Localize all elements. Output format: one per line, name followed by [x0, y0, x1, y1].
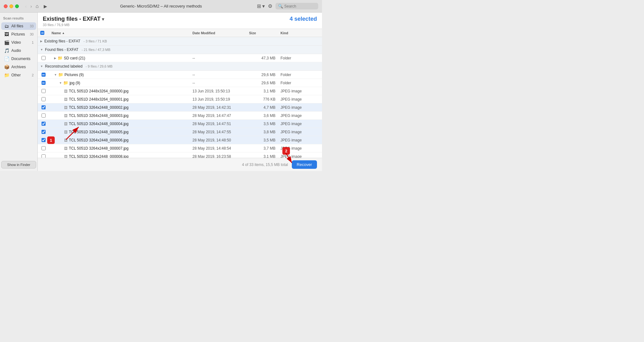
- audio-icon: 🎵: [4, 48, 9, 53]
- checkbox-sdcard[interactable]: [42, 56, 46, 60]
- triangle-jpg9[interactable]: ▼: [59, 81, 62, 85]
- annotation-badge-2: 2: [282, 147, 290, 155]
- th-date[interactable]: Date Modified: [190, 30, 247, 36]
- triangle-pictures9[interactable]: ▼: [54, 73, 57, 76]
- checkbox-file3[interactable]: [42, 113, 46, 118]
- minimize-button[interactable]: [9, 4, 13, 8]
- size-file6: 3,5 MB: [247, 138, 278, 142]
- footer-status: 4 of 33 items, 15,5 MB total: [242, 163, 288, 167]
- jpeg-icon-file8: 🖼: [64, 155, 68, 158]
- content-title-group: Existing files - EXFAT ▾ 33 files / 76,9…: [43, 16, 104, 27]
- jpeg-icon-file1: 🖼: [64, 97, 68, 101]
- section-existing-toggle[interactable]: ▶ Existing files - EXFAT - 3 files / 71 …: [38, 38, 322, 44]
- kind-jpg9: Folder: [278, 81, 322, 85]
- size-file4: 3,5 MB: [247, 122, 278, 126]
- sidebar-item-other[interactable]: 📁 Other 2: [1, 71, 36, 79]
- filename-file0: TCL 5051D 2448x3264_000000.jpg: [69, 89, 129, 93]
- check-cell-jpg9[interactable]: [38, 81, 49, 85]
- sidebar-item-audio[interactable]: 🎵 Audio: [1, 47, 36, 54]
- check-cell-file7[interactable]: [38, 146, 49, 150]
- sidebar-item-all-files[interactable]: 🗂 All files 33: [1, 22, 36, 30]
- name-cell-pictures9: ▼ 📁 Pictures (9): [49, 72, 190, 77]
- date-file6: 28 May 2019, 14:48:50: [190, 138, 247, 142]
- filename-file2: TCL 5051D 3264x2448_000002.jpg: [69, 105, 129, 110]
- kind-file3: JPEG image: [278, 113, 322, 118]
- section-reconstructed-toggle[interactable]: ▼ Reconstructed labeled - 9 files / 29,6…: [38, 63, 322, 69]
- filename-file6: TCL 5051D 3264x2448_000006.jpg: [69, 138, 129, 142]
- date-sdcard: --: [190, 56, 247, 60]
- checkbox-file2[interactable]: [42, 105, 46, 109]
- show-in-finder-button[interactable]: Show in Finder: [1, 161, 36, 168]
- checkbox-file7[interactable]: [42, 146, 46, 150]
- forward-button[interactable]: ›: [29, 3, 33, 9]
- checkbox-file6[interactable]: [42, 138, 46, 142]
- check-cell-file3[interactable]: [38, 113, 49, 118]
- header-minus-icon[interactable]: [40, 31, 44, 35]
- check-cell-file4[interactable]: [38, 122, 49, 126]
- checkbox-file4[interactable]: [42, 122, 46, 126]
- section-found-toggle[interactable]: ▼ Found files - EXFAT - 21 files / 47,3 …: [38, 47, 322, 52]
- filename-sdcard: SD card (21): [64, 56, 85, 60]
- check-cell-file1[interactable]: [38, 97, 49, 101]
- triangle-found[interactable]: ▼: [40, 48, 43, 51]
- check-cell-file2[interactable]: [38, 105, 49, 109]
- th-size[interactable]: Size: [247, 30, 278, 36]
- name-cell-file4: 🖼 TCL 5051D 3264x2448_000004.jpg: [49, 122, 190, 126]
- filename-file7: TCL 5051D 3264x2448_000007.jpg: [69, 146, 129, 151]
- name-cell-file0: 🖼 TCL 5051D 2448x3264_000000.jpg: [49, 89, 190, 93]
- filter-button[interactable]: ⚙: [268, 3, 272, 9]
- recover-button[interactable]: Recover: [292, 160, 317, 169]
- filename-file3: TCL 5051D 3264x2448_000003.jpg: [69, 113, 129, 118]
- triangle-reconstructed[interactable]: ▼: [40, 65, 43, 68]
- check-cell-file8[interactable]: [38, 154, 49, 158]
- sidebar-item-documents[interactable]: 📄 Documents: [1, 55, 36, 63]
- minus-icon-pictures9[interactable]: [42, 73, 46, 77]
- size-sdcard: 47,3 MB: [247, 56, 278, 60]
- name-cell-file8: 🖼 TCL 5051D 3264x2448_000008.jpg: [49, 154, 190, 158]
- section-existing-title: Existing files - EXFAT: [44, 39, 80, 43]
- check-cell-file0[interactable]: [38, 89, 49, 93]
- jpeg-icon-file7: 🖼: [64, 146, 68, 150]
- section-existing-files: ▶ Existing files - EXFAT - 3 files / 71 …: [38, 37, 322, 46]
- name-cell-file7: 🖼 TCL 5051D 3264x2448_000007.jpg: [49, 146, 190, 151]
- check-cell-sdcard[interactable]: [38, 56, 49, 60]
- table-row: ▼ 📁 jpg (9) -- 29,6 MB Folder: [38, 79, 322, 87]
- checkbox-file8[interactable]: [42, 154, 46, 158]
- checkbox-file5[interactable]: [42, 130, 46, 134]
- jpeg-icon-file6: 🖼: [64, 138, 68, 142]
- date-pictures9: --: [190, 73, 247, 77]
- th-name[interactable]: Name ▲: [49, 30, 190, 36]
- check-cell-file5[interactable]: [38, 130, 49, 134]
- search-input[interactable]: [284, 4, 316, 8]
- minus-icon-jpg9[interactable]: [42, 81, 46, 85]
- home-button[interactable]: ⌂: [36, 3, 39, 9]
- sidebar-count-video: 1: [32, 41, 34, 44]
- filename-jpg9: jpg (9): [69, 81, 80, 85]
- sidebar-item-video[interactable]: 🎬 Video 1: [1, 39, 36, 46]
- triangle-sdcard[interactable]: ▶: [54, 57, 56, 60]
- folder-icon-jpg9: 📁: [63, 80, 68, 85]
- dropdown-icon[interactable]: ▾: [102, 17, 104, 22]
- play-button[interactable]: ▶: [44, 4, 47, 9]
- date-file8: 28 May 2019, 16:23:58: [190, 154, 247, 158]
- view-button[interactable]: ⊞ ▾: [257, 3, 265, 9]
- sidebar-item-pictures[interactable]: 🖼 Pictures 30: [1, 30, 36, 38]
- th-kind[interactable]: Kind: [278, 30, 322, 36]
- back-button[interactable]: ‹: [24, 3, 28, 9]
- th-check: [38, 30, 49, 36]
- sidebar-item-archives[interactable]: 📦 Archives: [1, 63, 36, 71]
- check-cell-pictures9[interactable]: [38, 73, 49, 77]
- close-button[interactable]: [4, 4, 8, 8]
- checkbox-file0[interactable]: [42, 89, 46, 93]
- table-row: 🖼 TCL 5051D 3264x2448_000008.jpg 28 May …: [38, 152, 322, 158]
- name-cell-sdcard: ▶ 📁 SD card (21): [49, 56, 190, 60]
- checkbox-file1[interactable]: [42, 97, 46, 101]
- selected-label: 4 selected: [290, 16, 317, 22]
- triangle-existing[interactable]: ▶: [40, 40, 42, 43]
- size-file0: 3,1 MB: [247, 89, 278, 93]
- maximize-button[interactable]: [15, 4, 19, 8]
- check-cell-file6[interactable]: [38, 138, 49, 142]
- name-cell-jpg9: ▼ 📁 jpg (9): [49, 80, 190, 85]
- date-file5: 28 May 2019, 14:47:55: [190, 130, 247, 134]
- file-table[interactable]: Name ▲ Date Modified Size Kind ▶ Existin…: [38, 29, 322, 158]
